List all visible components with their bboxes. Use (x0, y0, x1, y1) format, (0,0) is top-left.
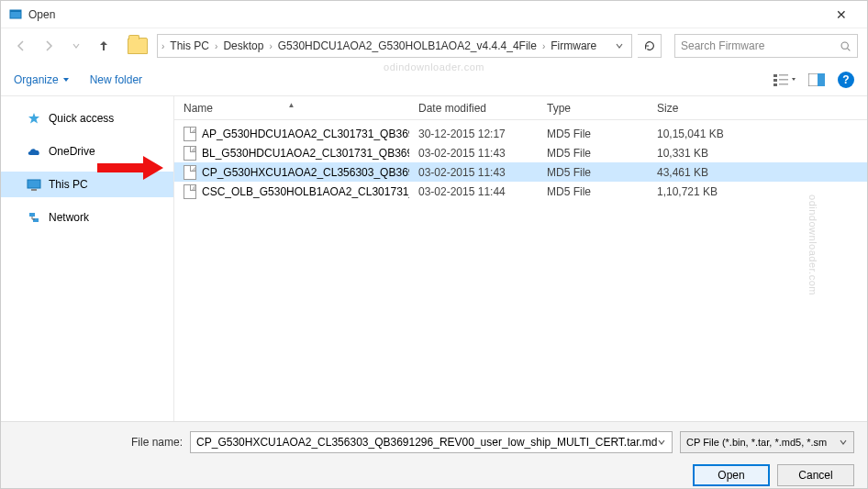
help-button[interactable]: ? (838, 72, 854, 88)
refresh-button[interactable] (638, 34, 662, 58)
filetype-label: CP File (*.bin, *.tar, *.md5, *.sm (686, 437, 827, 448)
file-size: 10,15,041 KB (648, 128, 867, 140)
sidebar-item-onedrive[interactable]: OneDrive (1, 139, 173, 164)
column-headers: Name▲ Date modified Type Size (174, 96, 867, 120)
crumb-folder[interactable]: G530HDCU1AOA2_G530HOLB1AOA2_v4.4.4_4File (274, 39, 540, 52)
chevron-right-icon: › (215, 41, 217, 51)
file-date: 03-02-2015 11:43 (409, 166, 538, 179)
file-name: BL_G530HDCU1AOA2_CL301731_QB3695... (202, 147, 409, 160)
search-icon (840, 40, 851, 52)
folder-icon (128, 38, 148, 54)
file-size: 1,10,721 KB (648, 185, 867, 198)
view-mode-button[interactable] (773, 72, 796, 87)
file-icon (184, 127, 196, 141)
open-button[interactable]: Open (693, 464, 770, 486)
new-folder-button[interactable]: New folder (90, 73, 142, 86)
star-icon (27, 111, 41, 126)
file-type: MD5 File (538, 128, 648, 140)
file-icon (184, 184, 196, 199)
file-icon (184, 146, 196, 161)
chevron-down-icon[interactable] (657, 438, 666, 447)
svg-rect-5 (779, 74, 788, 76)
svg-rect-4 (773, 74, 777, 77)
crumb-desktop[interactable]: Desktop (219, 39, 267, 52)
file-type: MD5 File (538, 147, 648, 160)
svg-point-2 (841, 42, 848, 49)
file-date: 03-02-2015 11:43 (409, 147, 538, 160)
file-name: CP_G530HXCU1AOA2_CL356303_QB3691... (202, 166, 409, 179)
sidebar-item-label: Quick access (49, 112, 114, 125)
file-type: MD5 File (538, 185, 648, 198)
chevron-down-icon (839, 438, 848, 447)
app-icon (8, 7, 23, 22)
column-type[interactable]: Type (538, 102, 648, 115)
svg-rect-14 (29, 213, 35, 217)
file-row[interactable]: AP_G530HDCU1AOA2_CL301731_QB3695... 30-1… (174, 124, 867, 143)
file-row[interactable]: CSC_OLB_G530HOLB1AOA2_CL301731_Q... 03-0… (174, 182, 867, 201)
cloud-icon (27, 144, 41, 159)
file-date: 03-02-2015 11:44 (409, 185, 538, 198)
forward-button[interactable] (38, 35, 60, 57)
footer: File name: CP File (*.bin, *.tar, *.md5,… (1, 421, 867, 489)
file-list: Name▲ Date modified Type Size AP_G530HDC… (174, 96, 867, 421)
sidebar-item-label: This PC (49, 178, 88, 191)
svg-rect-7 (779, 79, 788, 81)
file-size: 43,461 KB (648, 166, 867, 179)
filename-combobox[interactable] (190, 431, 673, 453)
column-name[interactable]: Name▲ (174, 102, 409, 115)
file-icon (184, 165, 196, 180)
crumb-firmware[interactable]: Firmware (547, 39, 600, 52)
svg-rect-12 (28, 180, 40, 188)
organize-menu[interactable]: Organize (14, 73, 70, 86)
file-row[interactable]: CP_G530HXCU1AOA2_CL356303_QB3691... 03-0… (174, 162, 867, 182)
chevron-right-icon: › (269, 41, 272, 51)
crumb-this-pc[interactable]: This PC (166, 39, 213, 52)
filetype-combobox[interactable]: CP File (*.bin, *.tar, *.md5, *.sm (680, 431, 854, 453)
search-input[interactable] (681, 39, 840, 52)
close-button[interactable]: ✕ (823, 7, 860, 22)
chevron-right-icon: › (542, 41, 545, 51)
sidebar-item-quickaccess[interactable]: Quick access (1, 106, 173, 131)
up-button[interactable] (93, 35, 115, 57)
recent-dropdown[interactable] (65, 35, 87, 57)
search-box[interactable] (674, 34, 858, 58)
file-type: MD5 File (538, 166, 648, 179)
sidebar-item-thispc[interactable]: This PC (1, 172, 173, 197)
nav-bar: › This PC › Desktop › G530HDCU1AOA2_G530… (1, 28, 867, 63)
svg-rect-9 (779, 83, 788, 85)
file-name: AP_G530HDCU1AOA2_CL301731_QB3695... (202, 128, 409, 140)
view-controls: ? (773, 72, 854, 88)
toolbar: Organize New folder ? (1, 63, 867, 96)
window-title: Open (28, 8, 823, 21)
svg-line-3 (848, 48, 851, 50)
sort-ascending-icon: ▲ (288, 101, 295, 109)
svg-rect-13 (31, 189, 37, 191)
chevron-right-icon: › (161, 41, 164, 51)
back-button[interactable] (10, 35, 32, 57)
file-size: 10,331 KB (648, 147, 867, 160)
filename-input[interactable] (196, 436, 657, 449)
breadcrumb[interactable]: › This PC › Desktop › G530HDCU1AOA2_G530… (157, 34, 632, 58)
sidebar-item-label: OneDrive (49, 145, 95, 158)
cancel-button[interactable]: Cancel (777, 464, 854, 486)
network-icon (27, 210, 41, 225)
sidebar-item-label: Network (49, 211, 89, 224)
file-row[interactable]: BL_G530HDCU1AOA2_CL301731_QB3695... 03-0… (174, 143, 867, 162)
sidebar: Quick access OneDrive This PC Network (1, 96, 173, 421)
svg-rect-8 (773, 83, 777, 86)
svg-rect-11 (818, 73, 825, 86)
column-size[interactable]: Size (648, 102, 867, 115)
file-name: CSC_OLB_G530HOLB1AOA2_CL301731_Q... (202, 185, 409, 198)
svg-rect-6 (773, 79, 777, 82)
pc-icon (27, 177, 41, 192)
titlebar: Open ✕ (1, 1, 867, 28)
filename-label: File name: (131, 436, 183, 449)
svg-rect-1 (10, 10, 21, 12)
preview-pane-button[interactable] (808, 73, 825, 86)
column-date[interactable]: Date modified (409, 102, 538, 115)
sidebar-item-network[interactable]: Network (1, 205, 173, 230)
breadcrumb-dropdown[interactable] (611, 41, 628, 50)
file-date: 30-12-2015 12:17 (409, 128, 538, 140)
